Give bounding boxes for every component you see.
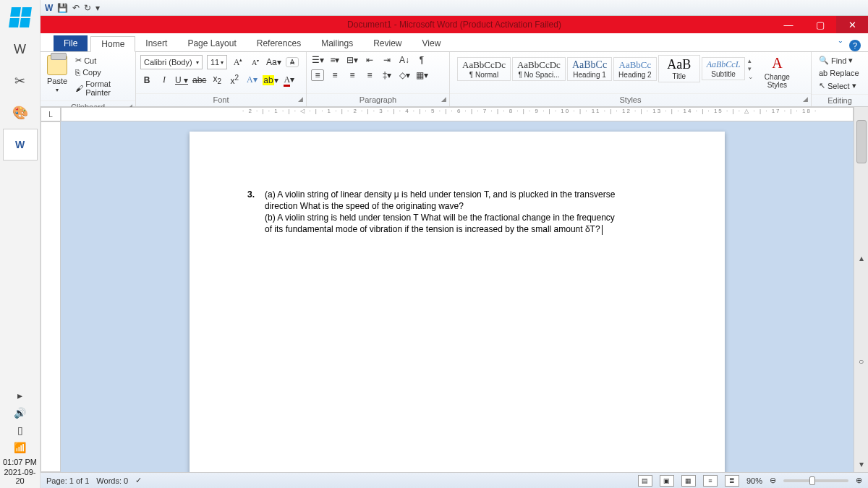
prev-page-icon[interactable]: ▴ bbox=[859, 250, 864, 266]
browse-object-icon[interactable]: ○ bbox=[859, 354, 864, 369]
select-button[interactable]: ↖Select ▾ bbox=[816, 80, 859, 91]
page-status[interactable]: Page: 1 of 1 bbox=[46, 476, 89, 485]
replace-button[interactable]: abReplace bbox=[816, 68, 862, 78]
network-icon[interactable]: 📶 bbox=[14, 442, 26, 453]
tab-references[interactable]: References bbox=[247, 35, 311, 51]
style-subtitle[interactable]: AaBbCcLSubtitle bbox=[702, 57, 746, 80]
scrollbar-thumb[interactable] bbox=[856, 120, 867, 163]
cut-button[interactable]: ✂Cut bbox=[72, 55, 131, 66]
dialog-launcher-icon[interactable]: ◢ bbox=[298, 95, 303, 103]
style-heading-2[interactable]: AaBbCcHeading 2 bbox=[613, 57, 657, 81]
decrease-indent-button[interactable]: ⇤ bbox=[363, 55, 376, 65]
view-web-button[interactable]: ▦ bbox=[681, 475, 696, 487]
taskbar-app-word-active[interactable]: W bbox=[3, 129, 38, 160]
tab-page-layout[interactable]: Page Layout bbox=[177, 35, 246, 51]
increase-indent-button[interactable]: ⇥ bbox=[380, 55, 393, 65]
align-center-button[interactable]: ≡ bbox=[328, 70, 341, 80]
tab-insert[interactable]: Insert bbox=[135, 35, 177, 51]
underline-button[interactable]: U ▾ bbox=[175, 75, 188, 85]
close-button[interactable]: ✕ bbox=[836, 16, 868, 33]
font-name-select[interactable]: Calibri (Body) ▾ bbox=[140, 55, 203, 69]
change-case-button[interactable]: Aa▾ bbox=[266, 57, 281, 67]
zoom-slider-thumb[interactable] bbox=[809, 476, 815, 485]
tab-view[interactable]: View bbox=[412, 35, 451, 51]
view-fullscreen-button[interactable]: ▣ bbox=[660, 475, 674, 487]
change-styles-icon[interactable]: A bbox=[772, 55, 782, 72]
align-right-button[interactable]: ≡ bbox=[346, 70, 359, 80]
style-no-spacing[interactable]: AaBbCcDc¶ No Spaci... bbox=[512, 57, 566, 81]
date[interactable]: 2021-09-20 bbox=[0, 468, 40, 485]
sort-button[interactable]: A↓ bbox=[398, 55, 411, 65]
view-draft-button[interactable]: ≣ bbox=[725, 475, 739, 487]
style-normal[interactable]: AaBbCcDc¶ Normal bbox=[457, 57, 511, 81]
taskbar-app-snip[interactable]: ✂ bbox=[3, 65, 38, 97]
grow-font-button[interactable]: A▴ bbox=[231, 57, 244, 68]
taskbar-app-paint[interactable]: 🎨 bbox=[3, 97, 38, 129]
horizontal-ruler[interactable]: · 2 · | · 1 · | · ◁ · | · 1 · | · 2 · | … bbox=[61, 107, 854, 121]
start-button[interactable] bbox=[3, 1, 38, 33]
tab-mailings[interactable]: Mailings bbox=[311, 35, 363, 51]
taskbar-app-word[interactable]: W bbox=[3, 33, 38, 65]
multilevel-list-button[interactable]: ⊟▾ bbox=[346, 55, 359, 65]
dialog-launcher-icon[interactable]: ◢ bbox=[803, 95, 808, 103]
zoom-in-button[interactable]: ⊕ bbox=[856, 476, 862, 485]
strikethrough-button[interactable]: abc bbox=[192, 75, 206, 85]
show-marks-button[interactable]: ¶ bbox=[415, 55, 428, 65]
styles-gallery[interactable]: AaBbCcDc¶ Normal AaBbCcDc¶ No Spaci... A… bbox=[454, 55, 757, 82]
format-painter-button[interactable]: 🖌Format Painter bbox=[72, 79, 131, 98]
minimize-button[interactable]: — bbox=[773, 16, 804, 33]
gallery-more-icon[interactable]: ⌄ bbox=[748, 73, 754, 80]
copy-button[interactable]: ⎘Copy bbox=[72, 67, 131, 77]
minimize-ribbon-icon[interactable]: ˇ bbox=[839, 40, 842, 51]
word-count[interactable]: Words: 0 bbox=[96, 476, 128, 485]
borders-button[interactable]: ▦▾ bbox=[415, 70, 428, 80]
zoom-slider[interactable] bbox=[783, 479, 848, 482]
superscript-button[interactable]: x2 bbox=[228, 74, 241, 86]
zoom-level[interactable]: 90% bbox=[746, 476, 762, 485]
ruler-corner[interactable]: L bbox=[41, 107, 61, 121]
vertical-scrollbar[interactable]: ▴ ○ ▾ bbox=[854, 107, 868, 472]
style-title[interactable]: AaBTitle bbox=[658, 55, 700, 82]
italic-button[interactable]: I bbox=[158, 74, 171, 85]
battery-icon[interactable]: ▯ bbox=[17, 424, 23, 436]
line-spacing-button[interactable]: ‡▾ bbox=[380, 70, 393, 80]
tab-review[interactable]: Review bbox=[363, 35, 412, 51]
dialog-launcher-icon[interactable]: ◢ bbox=[441, 95, 446, 103]
gallery-up-icon[interactable]: ▴ bbox=[748, 57, 754, 64]
text-effects-button[interactable]: A▾ bbox=[245, 74, 258, 85]
help-icon[interactable]: ? bbox=[849, 40, 861, 51]
paste-button[interactable]: Paste ▾ bbox=[45, 55, 69, 93]
view-outline-button[interactable]: ≡ bbox=[703, 475, 718, 487]
font-size-select[interactable]: 11▾ bbox=[207, 55, 227, 69]
document-canvas[interactable]: 3. (a) A violin string of linear density… bbox=[61, 121, 854, 472]
spellcheck-icon[interactable]: ✓ bbox=[135, 476, 142, 485]
font-color-button[interactable]: A▾ bbox=[283, 74, 296, 85]
tab-file[interactable]: File bbox=[54, 35, 88, 51]
style-heading-1[interactable]: AaBbCcHeading 1 bbox=[567, 57, 612, 81]
view-print-layout-button[interactable]: ▤ bbox=[638, 475, 652, 487]
next-page-icon[interactable]: ▾ bbox=[859, 456, 864, 472]
document-content[interactable]: 3. (a) A violin string of linear density… bbox=[247, 189, 667, 236]
undo-icon[interactable]: ↶ bbox=[72, 3, 80, 13]
bold-button[interactable]: B bbox=[140, 75, 153, 85]
maximize-button[interactable]: ▢ bbox=[804, 16, 836, 33]
save-icon[interactable]: 💾 bbox=[57, 3, 68, 13]
vertical-ruler[interactable] bbox=[41, 121, 61, 472]
expand-icon[interactable]: ▸ bbox=[17, 390, 22, 401]
volume-icon[interactable]: 🔊 bbox=[14, 407, 26, 419]
shading-button[interactable]: ◇▾ bbox=[398, 70, 411, 80]
justify-button[interactable]: ≡ bbox=[363, 70, 376, 80]
tab-home[interactable]: Home bbox=[90, 36, 135, 52]
align-left-button[interactable]: ≡ bbox=[311, 69, 324, 81]
zoom-out-button[interactable]: ⊖ bbox=[770, 476, 776, 485]
clear-formatting-button[interactable]: A̶ bbox=[286, 57, 299, 67]
find-button[interactable]: 🔍Find ▾ bbox=[816, 55, 856, 66]
subscript-button[interactable]: x2 bbox=[210, 74, 224, 85]
clock[interactable]: 01:07 PM bbox=[3, 458, 37, 466]
gallery-down-icon[interactable]: ▾ bbox=[748, 65, 754, 72]
numbering-button[interactable]: ≡▾ bbox=[328, 55, 341, 65]
highlight-button[interactable]: ab▾ bbox=[263, 75, 278, 85]
bullets-button[interactable]: ☰▾ bbox=[311, 55, 324, 65]
redo-icon[interactable]: ↻ bbox=[84, 3, 91, 13]
qat-customize-icon[interactable]: ▾ bbox=[95, 3, 100, 13]
